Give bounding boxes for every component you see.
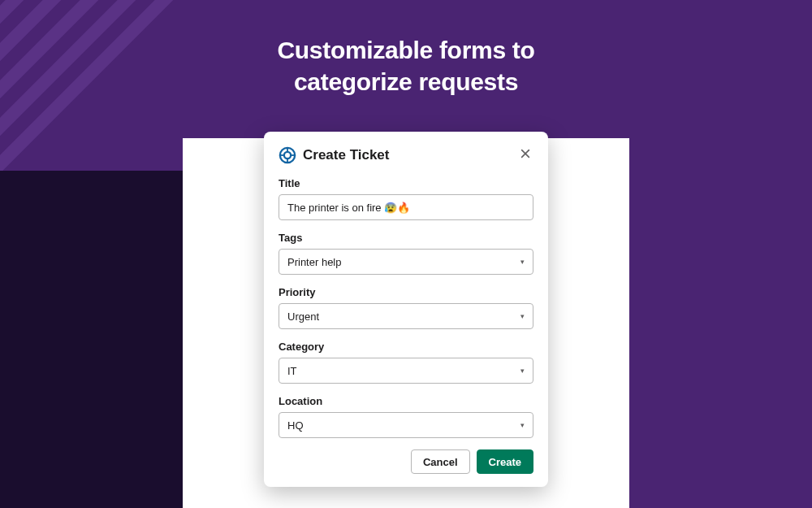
modal-title: Create Ticket <box>303 147 511 163</box>
tags-value: Printer help <box>287 256 341 268</box>
close-icon <box>520 148 531 163</box>
location-select[interactable]: HQ ▾ <box>279 412 533 438</box>
modal-header: Create Ticket <box>279 146 533 164</box>
field-location: Location HQ ▾ <box>279 395 533 438</box>
priority-select[interactable]: Urgent ▾ <box>279 303 533 329</box>
category-label: Category <box>279 341 533 353</box>
field-priority: Priority Urgent ▾ <box>279 286 533 329</box>
decorative-dark-block <box>0 171 183 508</box>
close-button[interactable] <box>517 147 533 163</box>
priority-label: Priority <box>279 286 533 298</box>
chevron-down-icon: ▾ <box>520 421 525 429</box>
chevron-down-icon: ▾ <box>520 312 525 320</box>
page-title: Customizable forms to categorize request… <box>277 34 534 98</box>
location-value: HQ <box>287 419 304 432</box>
modal-footer: Cancel Create <box>279 449 533 474</box>
field-title: Title <box>279 177 533 220</box>
heading-line-2: categorize requests <box>294 68 518 95</box>
create-ticket-modal: Create Ticket Title Tags Printer help ▾ … <box>264 132 548 487</box>
tags-select[interactable]: Printer help ▾ <box>279 249 533 275</box>
title-input[interactable] <box>279 194 533 220</box>
svg-point-1 <box>284 152 291 158</box>
category-value: IT <box>287 365 297 377</box>
category-select[interactable]: IT ▾ <box>279 358 533 384</box>
create-button[interactable]: Create <box>477 449 533 474</box>
field-tags: Tags Printer help ▾ <box>279 232 533 275</box>
title-label: Title <box>279 177 533 189</box>
app-lifebuoy-icon <box>279 146 296 164</box>
location-label: Location <box>279 395 533 407</box>
tags-label: Tags <box>279 232 533 244</box>
heading-line-1: Customizable forms to <box>277 37 534 63</box>
chevron-down-icon: ▾ <box>520 367 525 375</box>
cancel-button[interactable]: Cancel <box>411 449 470 474</box>
field-category: Category IT ▾ <box>279 341 533 384</box>
chevron-down-icon: ▾ <box>520 258 525 266</box>
priority-value: Urgent <box>287 310 319 323</box>
